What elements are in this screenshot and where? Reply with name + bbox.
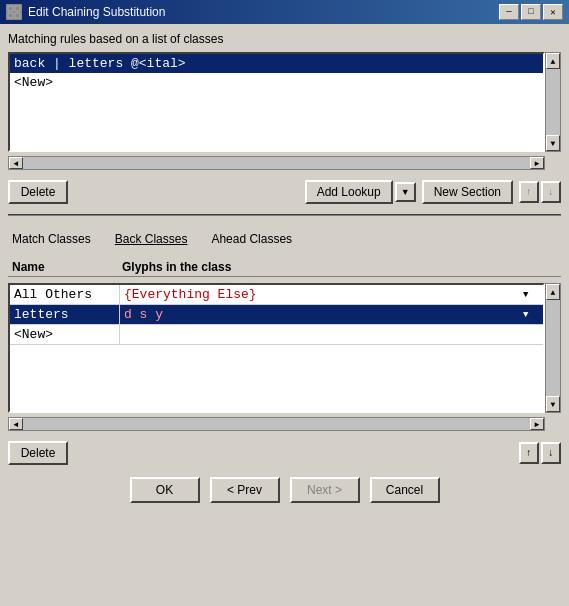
classes-hscrollbar-container: ◄ ► [8,417,561,431]
classes-delete-button[interactable]: Delete [8,441,68,465]
rules-hscroll-left[interactable]: ◄ [9,157,23,169]
delete-button[interactable]: Delete [8,180,68,204]
rules-list-container: back | letters @<ital> <New> ▲ ▼ [8,52,561,152]
cell-dropdown-1[interactable]: ▼ [523,310,539,320]
close-button[interactable]: ✕ [543,4,563,20]
list-item[interactable]: back | letters @<ital> [10,54,543,73]
title-text: Edit Chaining Substitution [28,5,165,19]
svg-rect-3 [15,13,20,18]
rules-hscroll-right[interactable]: ► [530,157,544,169]
rules-toolbar: Delete Add Lookup ▼ New Section ↑ ↓ [8,180,561,204]
cell-glyphs-2 [120,333,543,337]
rules-scroll-thumb [546,69,560,135]
col-header-name: Name [12,260,122,274]
title-bar-controls: — □ ✕ [499,4,563,20]
classes-scroll-up[interactable]: ▲ [546,284,560,300]
classes-hscroll-track [23,418,530,430]
tabs-row: Match Classes Back Classes Ahead Classes [8,226,561,252]
classes-table[interactable]: All Others {Everything Else} ▼ letters d… [8,283,545,413]
prev-button[interactable]: < Prev [210,477,280,503]
cancel-button[interactable]: Cancel [370,477,440,503]
main-content: Matching rules based on a list of classe… [0,24,569,606]
cell-glyphs-0: {Everything Else} ▼ [120,285,543,304]
maximize-button[interactable]: □ [521,4,541,20]
cell-glyphs-1: d s y ▼ [120,305,543,324]
cell-dropdown-0[interactable]: ▼ [523,290,539,300]
table-row[interactable]: letters d s y ▼ [10,305,543,325]
title-bar: Edit Chaining Substitution — □ ✕ [0,0,569,24]
new-section-button[interactable]: New Section [422,180,513,204]
rules-scroll-down[interactable]: ▼ [546,135,560,151]
classes-toolbar: Delete ↑ ↓ [8,441,561,465]
cell-name-1: letters [10,305,120,324]
classes-reorder-buttons: ↑ ↓ [519,442,561,464]
section-divider [8,214,561,216]
col-header-glyphs: Glyphs in the class [122,260,557,274]
svg-rect-1 [15,6,20,11]
footer-buttons: OK < Prev Next > Cancel [8,471,561,503]
table-row[interactable]: All Others {Everything Else} ▼ [10,285,543,305]
ok-button[interactable]: OK [130,477,200,503]
cell-name-0: All Others [10,285,120,304]
rules-hscroll-track [23,157,530,169]
add-lookup-button[interactable]: Add Lookup [305,180,393,204]
svg-rect-0 [8,6,13,11]
rules-vscrollbar: ▲ ▼ [545,52,561,152]
classes-hscrollbar: ◄ ► [8,417,545,431]
rules-reorder-buttons: ↑ ↓ [519,181,561,203]
rules-move-down-button[interactable]: ↓ [541,181,561,203]
rules-section-label: Matching rules based on a list of classe… [8,32,561,46]
table-header: Name Glyphs in the class [8,258,561,277]
rules-scroll-up[interactable]: ▲ [546,53,560,69]
svg-rect-2 [8,13,13,18]
classes-hscroll-left[interactable]: ◄ [9,418,23,430]
rules-hscrollbar-container: ◄ ► [8,156,561,170]
classes-table-container: All Others {Everything Else} ▼ letters d… [8,283,561,413]
cell-name-2: <New> [10,325,120,344]
next-button[interactable]: Next > [290,477,360,503]
classes-hscroll-right[interactable]: ► [530,418,544,430]
minimize-button[interactable]: — [499,4,519,20]
classes-move-up-button[interactable]: ↑ [519,442,539,464]
list-item-new[interactable]: <New> [10,73,543,92]
rules-hscrollbar: ◄ ► [8,156,545,170]
classes-move-down-button[interactable]: ↓ [541,442,561,464]
classes-scroll-down[interactable]: ▼ [546,396,560,412]
tab-back-classes[interactable]: Back Classes [111,230,192,248]
add-lookup-dropdown: Add Lookup ▼ [305,180,416,204]
rules-move-up-button[interactable]: ↑ [519,181,539,203]
classes-vscrollbar: ▲ ▼ [545,283,561,413]
tab-ahead-classes[interactable]: Ahead Classes [207,230,296,248]
add-lookup-arrow[interactable]: ▼ [395,182,416,202]
rules-list[interactable]: back | letters @<ital> <New> [8,52,545,152]
classes-scroll-thumb [546,300,560,396]
rules-hscroll-corner [545,156,561,170]
tab-match-classes[interactable]: Match Classes [8,230,95,248]
title-bar-left: Edit Chaining Substitution [6,4,165,20]
classes-hscroll-corner [545,417,561,431]
app-icon [6,4,22,20]
table-row-new[interactable]: <New> [10,325,543,345]
